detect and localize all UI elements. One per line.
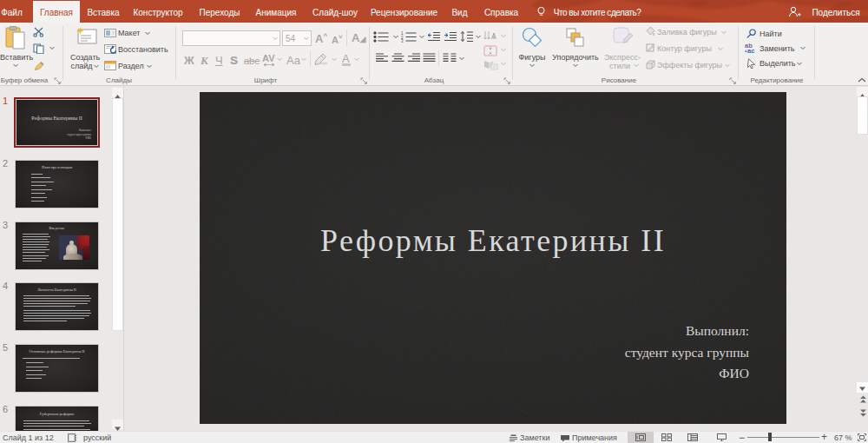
svg-text:ac: ac — [747, 47, 754, 53]
svg-text:3: 3 — [401, 39, 404, 43]
